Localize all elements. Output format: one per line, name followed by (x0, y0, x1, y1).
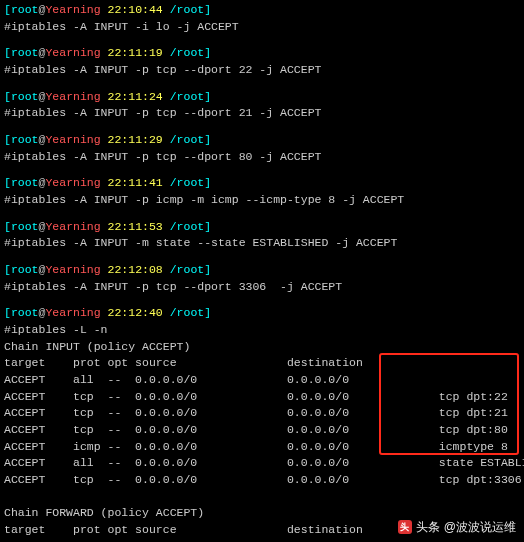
prompt: [root@Yearning 22:11:29 /root] (4, 132, 520, 149)
watermark-prefix: 头条 (416, 519, 440, 536)
rules-header: target prot opt source destination (4, 355, 520, 372)
prompt: [root@Yearning 22:11:19 /root] (4, 45, 520, 62)
command-line: #iptables -L -n (4, 322, 520, 339)
command-block-0: [root@Yearning 22:10:44 /root]#iptables … (4, 2, 520, 35)
rule-row: ACCEPT icmp -- 0.0.0.0/0 0.0.0.0/0 icmpt… (4, 439, 520, 456)
command-line: #iptables -A INPUT -p tcp --dport 22 -j … (4, 62, 520, 79)
command-line: #iptables -A INPUT -i lo -j ACCEPT (4, 19, 520, 36)
command-block-6: [root@Yearning 22:12:08 /root]#iptables … (4, 262, 520, 295)
terminal-output[interactable]: [root@Yearning 22:10:44 /root]#iptables … (4, 2, 520, 542)
prompt: [root@Yearning 22:11:53 /root] (4, 219, 520, 236)
command-line: #iptables -A INPUT -p icmp -m icmp --icm… (4, 192, 520, 209)
rule-row: ACCEPT all -- 0.0.0.0/0 0.0.0.0/0 (4, 372, 520, 389)
rule-row: ACCEPT all -- 0.0.0.0/0 0.0.0.0/0 state … (4, 455, 520, 472)
command-line: #iptables -A INPUT -m state --state ESTA… (4, 235, 520, 252)
prompt: [root@Yearning 22:11:41 /root] (4, 175, 520, 192)
prompt: [root@Yearning 22:12:40 /root] (4, 305, 520, 322)
command-block-1: [root@Yearning 22:11:19 /root]#iptables … (4, 45, 520, 78)
chain-input-header: Chain INPUT (policy ACCEPT) (4, 339, 520, 356)
command-block-2: [root@Yearning 22:11:24 /root]#iptables … (4, 89, 520, 122)
watermark-icon: 头 (398, 520, 412, 534)
prompt: [root@Yearning 22:10:44 /root] (4, 2, 520, 19)
prompt: [root@Yearning 22:12:08 /root] (4, 262, 520, 279)
blank-line (4, 489, 520, 506)
watermark-text: @波波说运维 (444, 519, 516, 536)
command-line: #iptables -A INPUT -p tcp --dport 80 -j … (4, 149, 520, 166)
command-block-5: [root@Yearning 22:11:53 /root]#iptables … (4, 219, 520, 252)
command-line: #iptables -A INPUT -p tcp --dport 3306 -… (4, 279, 520, 296)
rule-row: ACCEPT tcp -- 0.0.0.0/0 0.0.0.0/0 tcp dp… (4, 405, 520, 422)
command-block-3: [root@Yearning 22:11:29 /root]#iptables … (4, 132, 520, 165)
rule-row: ACCEPT tcp -- 0.0.0.0/0 0.0.0.0/0 tcp dp… (4, 422, 520, 439)
rule-row: ACCEPT tcp -- 0.0.0.0/0 0.0.0.0/0 tcp dp… (4, 472, 520, 489)
watermark: 头 头条 @波波说运维 (398, 519, 516, 536)
command-line: #iptables -A INPUT -p tcp --dport 21 -j … (4, 105, 520, 122)
rule-row: ACCEPT tcp -- 0.0.0.0/0 0.0.0.0/0 tcp dp… (4, 389, 520, 406)
command-block-4: [root@Yearning 22:11:41 /root]#iptables … (4, 175, 520, 208)
prompt: [root@Yearning 22:11:24 /root] (4, 89, 520, 106)
